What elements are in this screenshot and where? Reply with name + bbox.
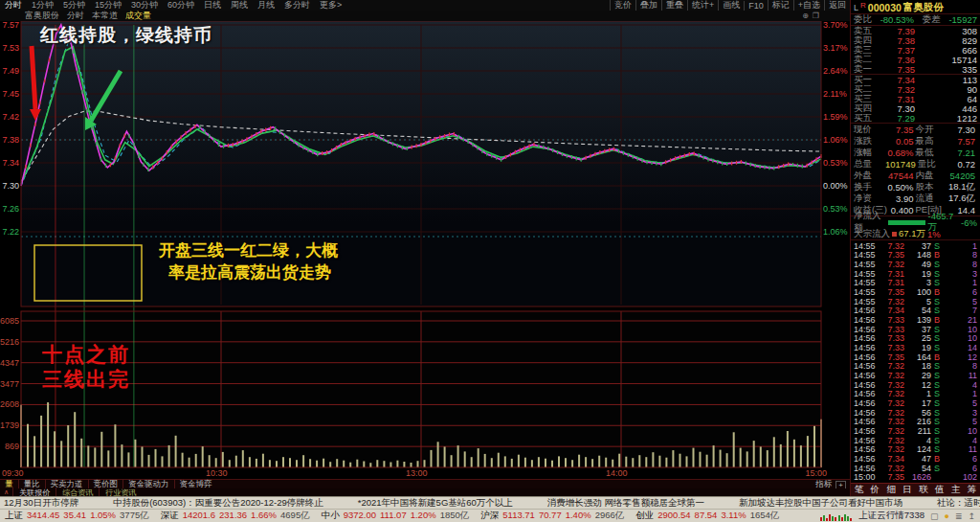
- book-row-bid-4: 买五7.291212: [851, 113, 980, 123]
- price-axis-label: 7.57: [0, 20, 19, 30]
- scroll-up-icon[interactable]: ↥: [968, 511, 975, 521]
- panel-tab-1[interactable]: 价: [871, 484, 880, 496]
- trade-volume: 1: [904, 389, 931, 398]
- ticker-headline-1: 中持股份(603903)：因重要公告2020-12-29停牌终止: [113, 497, 323, 510]
- list-icon[interactable]: ≣: [955, 511, 963, 521]
- tick-trade-list[interactable]: 14:557.3237S114:557.35148B814:557.3249S8…: [851, 240, 980, 483]
- trade-volume: 164: [904, 352, 931, 362]
- layout-icon[interactable]: ▢: [930, 511, 939, 521]
- trade-volume: 49: [904, 260, 931, 269]
- trade-count: 10: [943, 426, 977, 436]
- book-row-ask-4: 卖一7.35335: [851, 64, 980, 74]
- price-axis-label: 7.42: [0, 112, 19, 122]
- trade-count: 1: [943, 278, 977, 287]
- volume-axis-label: 5216: [0, 337, 19, 347]
- trade-flag: S: [931, 426, 943, 436]
- trade-row: 14:567.3319S14: [854, 343, 977, 352]
- trade-volume: 19: [904, 269, 931, 279]
- stat-row-3: 总量101749量比0.72: [851, 158, 980, 170]
- index-pct: 1.05%: [90, 510, 116, 522]
- annotation-line: 十点之前: [42, 342, 130, 367]
- trade-time: 14:55: [854, 260, 880, 269]
- trade-flag: S: [931, 343, 943, 352]
- stats-block: 现价7.35今开7.30涨跌0.05最高7.57涨幅0.68%最低7.21总量1…: [851, 124, 980, 216]
- trade-row: 14:567.32216S5: [854, 418, 977, 426]
- index-name: 深证: [161, 510, 179, 522]
- trade-flag: B: [931, 454, 943, 464]
- trade-volume: 25: [904, 333, 931, 343]
- trade-flag: S: [931, 371, 943, 380]
- panel-tab-5[interactable]: 值: [935, 484, 945, 496]
- trade-row: 14:557.3237S1: [854, 241, 977, 250]
- panel-tab-bar: 笔价细日联值主筹: [851, 483, 980, 496]
- trade-flag: S: [931, 436, 943, 445]
- status-bar: 上证3414.4535.411.05%3775亿深证14201.6231.361…: [0, 509, 980, 522]
- trade-price: 7.32: [880, 444, 904, 454]
- panel-tab-3[interactable]: 日: [902, 484, 912, 496]
- annotation-before-ten-note: 十点之前 三线出完: [42, 342, 130, 392]
- trade-count: 21: [943, 315, 977, 325]
- trade-price: 7.34: [880, 306, 904, 315]
- trade-price: 7.33: [880, 315, 904, 325]
- annotation-hold-note: 红线持股，绿线持币: [40, 23, 212, 48]
- trade-row: 14:567.3229S11: [854, 371, 977, 379]
- news-ticker[interactable]: 12月30日开市停牌中持股份(603903)：因重要公告2020-12-29停牌…: [0, 496, 980, 509]
- index-mini-chart-icon[interactable]: [820, 511, 853, 521]
- index-change: 231.36: [219, 510, 247, 522]
- overlay-icon[interactable]: ⊕: [802, 11, 809, 20]
- index-quote-2[interactable]: 中小9372.00111.071.20%1850亿: [322, 510, 470, 522]
- panel-tab-6[interactable]: 主: [951, 484, 961, 496]
- ticker-headline-3: 消费增长强劲 网络零售额稳居全球第一: [547, 497, 704, 510]
- index-quote-4[interactable]: 创业2900.5487.543.11%1654亿: [635, 510, 779, 522]
- trade-volume: 5: [904, 297, 931, 306]
- volume-axis-label: 2608: [0, 399, 19, 409]
- panel-tab-4[interactable]: 联: [919, 484, 928, 496]
- price-axis-label: 7.45: [0, 89, 19, 99]
- collapse-icon[interactable]: ∧: [0, 488, 12, 496]
- index-value: 9372.00: [344, 510, 376, 522]
- index-pct: 1.20%: [411, 510, 436, 522]
- trade-flag: B: [931, 287, 943, 297]
- weibi-value: -80.53%: [880, 14, 914, 25]
- trade-flag: S: [931, 464, 943, 473]
- weicha-value: -15927: [948, 14, 977, 25]
- tool-item-5[interactable]: F10: [744, 1, 768, 11]
- panel-tab-7[interactable]: 筹: [968, 484, 977, 496]
- pct-axis-label: 0.53%: [823, 158, 850, 168]
- index-quote-0[interactable]: 上证3414.4535.411.05%3775亿: [5, 510, 149, 522]
- trade-price: 7.32: [880, 389, 904, 398]
- trade-volume: 54: [904, 306, 931, 315]
- trade-count: 5: [943, 398, 977, 408]
- trade-price: 7.32: [880, 361, 904, 371]
- trade-time: 14:56: [854, 315, 880, 325]
- pct-axis-label: 1.06%: [823, 227, 850, 237]
- window-controls: ⊕ ❐: [802, 11, 850, 20]
- trade-count: 6: [943, 464, 977, 473]
- trade-count: 4: [943, 380, 977, 390]
- stat-value: 17.6亿: [947, 193, 978, 205]
- panel-tab-2[interactable]: 细: [886, 484, 896, 496]
- panel-tab-0[interactable]: 笔: [855, 484, 864, 496]
- symbol-header[interactable]: L R 000030 富奥股份: [851, 0, 980, 14]
- index-quote-3[interactable]: 沪深5113.7170.771.40%2966亿: [480, 510, 624, 522]
- trade-flag: S: [931, 361, 943, 371]
- bid-price: 7.29: [877, 113, 915, 124]
- index-quote-1[interactable]: 深证14201.6231.361.66%4695亿: [161, 510, 310, 522]
- trade-row: 14:567.3325S10: [854, 334, 977, 343]
- trade-volume: 124: [904, 444, 931, 454]
- trade-row: 14:557.35148B8: [854, 251, 977, 260]
- intraday-chart[interactable]: 红线持股，绿线持币 开盘三线一红二绿，大概 率是拉高震荡出货走势 十点之前 三线…: [0, 21, 850, 479]
- trade-flag: S: [931, 325, 943, 334]
- message-icon[interactable]: ●: [944, 511, 948, 521]
- restore-window-icon[interactable]: ❐: [813, 11, 819, 20]
- trade-flag: S: [931, 260, 943, 269]
- ask-volume: 335: [915, 64, 977, 75]
- trade-price: 7.33: [880, 343, 904, 352]
- trade-price: 7.32: [880, 398, 904, 408]
- block-inflow-marker: [892, 232, 897, 237]
- trade-time: 14:56: [854, 398, 880, 408]
- chart-canvas: [0, 21, 850, 469]
- trade-flag: S: [931, 417, 943, 426]
- stat-value: 3.90: [885, 193, 916, 204]
- block-inflow-pct: 1%: [927, 229, 941, 239]
